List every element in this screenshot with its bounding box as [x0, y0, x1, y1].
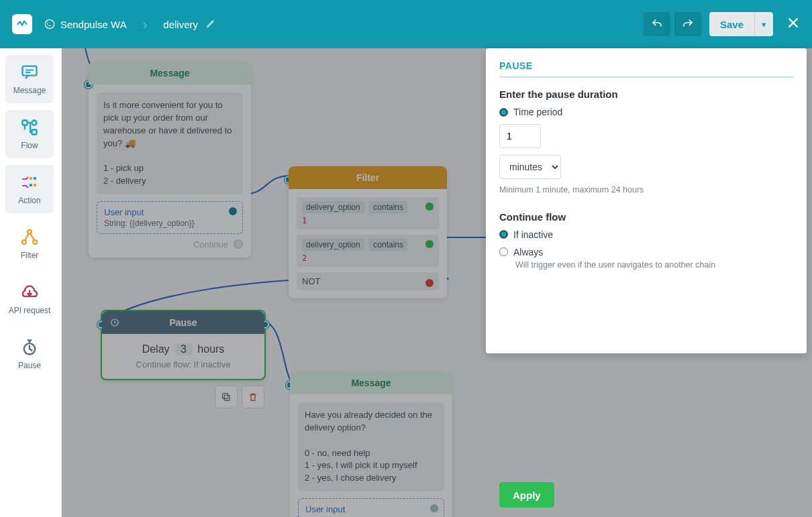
app-name[interactable]: Sendpulse WA: [60, 19, 127, 30]
continue-label: Continue: [193, 239, 228, 249]
duplicate-button[interactable]: [215, 386, 238, 408]
breadcrumb: Sendpulse WA › delivery: [44, 17, 215, 32]
filter-condition-2[interactable]: delivery_option contains 2: [297, 235, 439, 267]
node-title: Message: [89, 62, 251, 84]
radio-always[interactable]: Always: [499, 247, 793, 257]
svg-rect-14: [224, 395, 230, 400]
undo-button[interactable]: [644, 12, 670, 36]
node-message-1[interactable]: Message Is it more convenient for you to…: [89, 62, 251, 257]
radio-time-period-input[interactable]: [499, 108, 508, 117]
app-logo: [12, 14, 32, 34]
message-text: Is it more convenient for you to pick up…: [97, 93, 243, 194]
port-out[interactable]: [229, 207, 237, 215]
save-dropdown[interactable]: ▾: [754, 12, 773, 36]
unit-select[interactable]: minutes: [499, 155, 561, 179]
node-title: Filter: [289, 166, 447, 189]
user-input-block[interactable]: User input String: {{delivery_option}}: [97, 201, 243, 234]
port-out-not[interactable]: [425, 279, 434, 287]
pause-settings-panel: PAUSE Enter the pause duration Time peri…: [486, 48, 807, 353]
port-out-1[interactable]: [425, 203, 434, 211]
filter-not[interactable]: NOT: [297, 272, 439, 290]
tool-api[interactable]: API request: [5, 275, 54, 323]
top-bar: Sendpulse WA › delivery Save ▾: [0, 0, 812, 48]
duration-input[interactable]: [499, 124, 541, 148]
tool-flow[interactable]: Flow: [5, 110, 54, 158]
breadcrumb-separator: ›: [143, 17, 148, 32]
panel-title: PAUSE: [499, 60, 793, 78]
port-out-2[interactable]: [425, 240, 434, 248]
radio-time-period[interactable]: Time period: [499, 107, 793, 117]
svg-rect-1: [23, 66, 37, 76]
port-out[interactable]: [430, 504, 438, 512]
user-input-block[interactable]: User input String: {{delivery_option}}: [298, 498, 444, 517]
flow-name[interactable]: delivery: [163, 19, 198, 30]
svg-rect-6: [34, 177, 36, 180]
svg-rect-5: [30, 177, 32, 180]
port-continue[interactable]: [234, 239, 243, 249]
redo-button[interactable]: [674, 12, 701, 36]
radio-if-inactive[interactable]: If inactive: [499, 229, 793, 240]
message-text: Have you already decided on the delivery…: [298, 402, 444, 492]
flow-icon: [20, 118, 39, 137]
tool-message[interactable]: Message: [5, 55, 54, 103]
trash-icon: [248, 392, 258, 402]
duration-hint: Minimum 1 minute, maximum 24 hours: [499, 184, 793, 196]
whatsapp-icon: [44, 19, 55, 30]
message-icon: [20, 63, 39, 82]
node-filter[interactable]: Filter delivery_option contains 1 delive…: [289, 166, 447, 298]
node-title: Message: [290, 371, 452, 394]
filter-icon: [20, 228, 39, 247]
filter-condition-1[interactable]: delivery_option contains 1: [297, 197, 439, 229]
svg-rect-15: [223, 394, 228, 399]
node-message-2[interactable]: Message Have you already decided on the …: [290, 371, 452, 517]
copy-icon: [221, 392, 232, 402]
always-note: Will trigger even if the user navigates …: [515, 260, 793, 270]
action-icon: [20, 173, 39, 192]
tool-action[interactable]: Action: [5, 165, 54, 213]
svg-point-0: [45, 19, 54, 28]
delete-button[interactable]: [242, 386, 264, 408]
toolbox: Message Flow Action Filter API request P…: [0, 48, 62, 517]
radio-if-inactive-input[interactable]: [499, 230, 508, 239]
save-button[interactable]: Save: [709, 12, 754, 36]
section-duration: Enter the pause duration: [499, 89, 793, 100]
tool-filter[interactable]: Filter: [5, 220, 54, 268]
svg-rect-7: [30, 184, 32, 186]
tool-pause[interactable]: Pause: [5, 330, 54, 378]
svg-rect-8: [34, 184, 36, 186]
svg-rect-2: [23, 121, 28, 125]
api-icon: [20, 283, 39, 302]
node-pause[interactable]: Pause Delay 3 hours Continue flow: If in…: [101, 310, 266, 380]
pause-icon: [20, 338, 39, 357]
section-continue: Continue flow: [499, 211, 793, 223]
apply-button[interactable]: Apply: [499, 482, 554, 508]
svg-point-4: [32, 121, 37, 125]
svg-rect-3: [32, 130, 37, 135]
radio-always-input[interactable]: [499, 247, 508, 256]
edit-icon[interactable]: [206, 19, 215, 30]
clock-icon: [110, 318, 119, 327]
close-icon[interactable]: [786, 16, 800, 32]
node-title: Pause: [102, 311, 264, 334]
